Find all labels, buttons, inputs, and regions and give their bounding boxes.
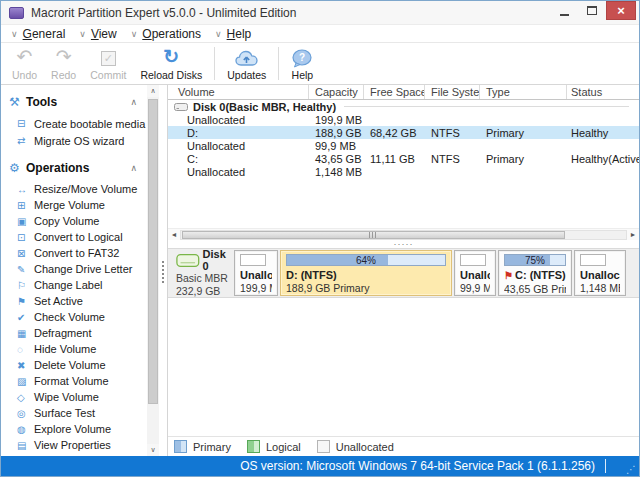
sidebar-item-defragment[interactable]: ▦Defragment: [9, 325, 147, 341]
column-header-free-space[interactable]: Free Space: [364, 85, 425, 99]
horizontal-scrollbar-track[interactable]: [180, 230, 627, 240]
legend-primary-swatch: [174, 440, 187, 453]
menu-help-label: Help: [227, 27, 252, 41]
sidebar-item-explore-volume[interactable]: ◍Explore Volume: [9, 421, 147, 437]
sidebar-item-convert-to-fat32[interactable]: ⊠Convert to FAT32: [9, 245, 147, 261]
column-header-file-system[interactable]: File System: [425, 85, 480, 99]
sidebar-item-label: Resize/Move Volume: [34, 183, 137, 195]
collapse-chevron-icon[interactable]: ∧: [130, 163, 137, 173]
partition-block-unallocated-3[interactable]: Unalloca... 1,148 MB: [574, 250, 626, 296]
drive-letter-icon: ✎: [17, 264, 34, 275]
sidebar-scrollbar-track[interactable]: [147, 97, 159, 444]
cloud-upload-icon: [235, 49, 259, 68]
partition-block-unallocated-1[interactable]: Unalloca... 199,9 MB: [234, 250, 278, 296]
close-button[interactable]: ×: [606, 1, 636, 20]
sidebar-item-label: Merge Volume: [34, 199, 105, 211]
scroll-up-icon[interactable]: ∧: [147, 85, 159, 97]
cell-capacity: 43,65 GB: [309, 153, 364, 165]
partition-block-c[interactable]: 75% ⚑C: (NTFS) 43,65 GB Primary: [498, 250, 572, 296]
minimize-icon: [560, 14, 569, 16]
scroll-right-icon[interactable]: ►: [627, 231, 639, 238]
updates-button[interactable]: Updates: [220, 43, 273, 84]
column-header-capacity[interactable]: Capacity: [309, 85, 364, 99]
sidebar-scrollbar-thumb[interactable]: [148, 99, 158, 404]
menu-operations[interactable]: ∨ Operations: [131, 27, 201, 41]
maximize-button[interactable]: [578, 1, 606, 20]
partition-label: Unalloca...: [580, 268, 620, 282]
sidebar-item-merge-volume[interactable]: ⊞Merge Volume: [9, 197, 147, 213]
table-row[interactable]: Unallocated 99,9 MB: [168, 139, 639, 152]
horizontal-scrollbar-thumb[interactable]: [182, 231, 565, 239]
sidebar-item-label: Delete Volume: [34, 359, 106, 371]
sidebar-item-delete-volume[interactable]: ✖Delete Volume: [9, 357, 147, 373]
table-row[interactable]: Unallocated 1,148 MB: [168, 165, 639, 178]
sidebar-item-surface-test[interactable]: ◎Surface Test: [9, 405, 147, 421]
minimize-button[interactable]: [550, 1, 578, 20]
sidebar-item-resize-move-volume[interactable]: ↔Resize/Move Volume: [9, 181, 147, 197]
reload-disks-button[interactable]: ↻ Reload Disks: [133, 43, 209, 84]
collapse-chevron-icon[interactable]: ∧: [130, 97, 137, 107]
surface-test-icon: ◎: [17, 408, 34, 419]
menu-operations-label: Operations: [142, 27, 201, 41]
column-header-status[interactable]: Status: [567, 85, 639, 99]
menu-view[interactable]: ∨ View: [79, 27, 116, 41]
column-header-volume[interactable]: Volume: [168, 85, 309, 99]
horizontal-splitter[interactable]: ·····: [168, 240, 639, 248]
sidebar-section-operations[interactable]: ⚙ Operations ∧: [9, 159, 147, 177]
os-version-text: OS version: Microsoft Windows 7 64-bit S…: [240, 459, 595, 473]
partition-block-unallocated-2[interactable]: Unalloca... 99,9 MB: [454, 250, 496, 296]
sidebar-item-check-volume[interactable]: ✔Check Volume: [9, 309, 147, 325]
sidebar-item-change-label[interactable]: ⚐Change Label: [9, 277, 147, 293]
sidebar-item-set-active[interactable]: ⚑Set Active: [9, 293, 147, 309]
table-row[interactable]: C: 43,65 GB 11,11 GB NTFS Primary Health…: [168, 152, 639, 165]
cell-volume: C:: [168, 153, 309, 165]
sidebar-item-convert-to-logical[interactable]: ⊡Convert to Logical: [9, 229, 147, 245]
partition-label-text: C: (NTFS): [515, 269, 566, 281]
column-header-type[interactable]: Type: [480, 85, 567, 99]
title-bar: Macrorit Partition Expert v5.0.0 - Unlim…: [1, 1, 639, 25]
menu-view-label: View: [91, 27, 117, 41]
scroll-left-icon[interactable]: ◄: [168, 231, 180, 238]
maximize-icon: [587, 6, 597, 15]
sidebar-item-copy-volume[interactable]: ▣Copy Volume: [9, 213, 147, 229]
cell-type: Primary: [480, 127, 567, 139]
legend-unallocated: Unallocated: [317, 440, 394, 453]
sidebar-item-label: Create bootable media: [34, 118, 145, 130]
menu-help[interactable]: ∨ Help: [215, 27, 251, 41]
disk-group-row[interactable]: Disk 0(Basic MBR, Healthy): [168, 100, 639, 113]
sidebar-item-hide-volume[interactable]: ◌Hide Volume: [9, 341, 147, 357]
operations-section-title: Operations: [26, 161, 89, 175]
disk-type: Basic MBR: [176, 272, 232, 285]
delete-icon: ✖: [17, 360, 34, 371]
partition-label: ⚑C: (NTFS): [504, 268, 566, 283]
sidebar-item-create-bootable-media[interactable]: ⊟ Create bootable media: [9, 115, 147, 132]
sidebar-item-change-drive-letter[interactable]: ✎Change Drive Letter: [9, 261, 147, 277]
cell-file-system: NTFS: [425, 153, 480, 165]
redo-label: Redo: [51, 69, 76, 81]
disk-drive-icon: [176, 253, 200, 268]
help-button[interactable]: ? Help: [284, 43, 320, 84]
app-window: Macrorit Partition Expert v5.0.0 - Unlim…: [0, 0, 640, 477]
sidebar-item-wipe-volume[interactable]: ◇Wipe Volume: [9, 389, 147, 405]
volume-table-header: Volume Capacity Free Space File System T…: [168, 85, 639, 100]
chevron-down-icon: ∨: [11, 29, 18, 39]
vertical-splitter[interactable]: [159, 85, 167, 456]
sidebar-item-label: Explore Volume: [34, 423, 111, 435]
sidebar-scrollbar[interactable]: ∧ ∨: [147, 85, 159, 456]
wipe-icon: ◇: [17, 392, 34, 403]
sidebar-item-view-properties[interactable]: ▤View Properties: [9, 437, 147, 453]
table-row[interactable]: Unallocated 199,9 MB: [168, 113, 639, 126]
disk-info-block[interactable]: Disk 0 Basic MBR 232,9 GB: [174, 247, 234, 299]
scroll-down-icon[interactable]: ∨: [147, 444, 159, 456]
sidebar-section-tools[interactable]: ⚒ Tools ∧: [9, 93, 147, 111]
table-row-selected[interactable]: D: 188,9 GB 68,42 GB NTFS Primary Health…: [168, 126, 639, 139]
resize-grip-icon[interactable]: ⋰: [626, 464, 636, 475]
sidebar-item-label: Migrate OS wizard: [34, 135, 124, 147]
horizontal-scrollbar[interactable]: ◄ ►: [168, 228, 639, 240]
sidebar-item-format-volume[interactable]: ▨Format Volume: [9, 373, 147, 389]
legend-primary: Primary: [174, 440, 231, 453]
cell-status: Healthy: [567, 127, 639, 139]
partition-block-d[interactable]: 64% D: (NTFS) 188,9 GB Primary: [280, 250, 452, 296]
menu-general[interactable]: ∨ General: [11, 27, 65, 41]
sidebar-item-migrate-os-wizard[interactable]: ⇄ Migrate OS wizard: [9, 132, 147, 149]
